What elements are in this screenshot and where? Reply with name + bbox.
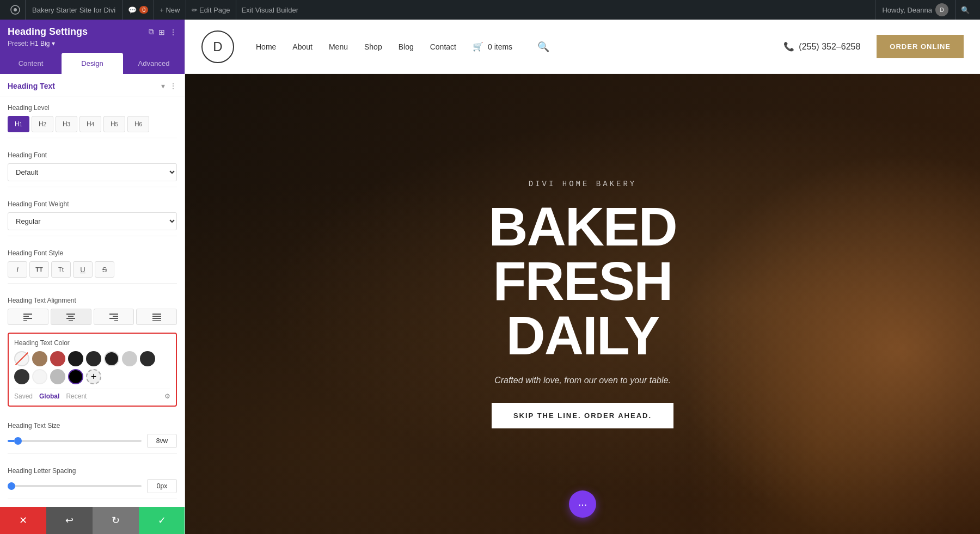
heading-letter-spacing-slider-field	[8, 479, 177, 493]
cart-area[interactable]: 🛒 0 items	[473, 41, 512, 52]
howdy-area[interactable]: Howdy, Deanna D	[875, 0, 955, 20]
h6-button[interactable]: H6	[127, 116, 149, 132]
new-item[interactable]: + New	[154, 0, 185, 20]
color-swatch-dark-gray[interactable]	[140, 351, 155, 366]
svg-rect-6	[66, 314, 75, 315]
uppercase-button[interactable]: TT	[29, 261, 49, 278]
align-right-button[interactable]	[94, 309, 134, 325]
hero-cta-label: SKIP THE LINE. ORDER AHEAD.	[513, 412, 652, 420]
grid-icon[interactable]: ⊞	[158, 28, 165, 36]
tab-advanced[interactable]: Advanced	[123, 53, 185, 74]
exit-builder-label: Exit Visual Builder	[242, 6, 299, 14]
heading-font-style-label: Heading Font Style	[8, 249, 177, 257]
heading-font-weight-select[interactable]: Regular	[8, 212, 177, 230]
nav-menu[interactable]: Menu	[329, 42, 348, 51]
edit-page-label: ✏ Edit Page	[192, 6, 230, 14]
color-swatch-off-black[interactable]	[104, 351, 119, 366]
heading-font-style-group: Heading Font Style I TT Tt U S	[0, 242, 185, 278]
fab-icon: ···	[578, 498, 587, 511]
color-tab-global[interactable]: Global	[39, 392, 59, 400]
align-left-button[interactable]	[8, 309, 48, 325]
nav-contact[interactable]: Contact	[430, 42, 456, 51]
heading-letter-spacing-value[interactable]	[147, 479, 177, 493]
strikethrough-button[interactable]: S	[95, 261, 114, 278]
exit-builder-item[interactable]: Exit Visual Builder	[236, 0, 304, 20]
search-icon[interactable]: 🔍	[537, 41, 549, 53]
comments-item[interactable]: 💬 0	[122, 0, 154, 20]
admin-bar-right: Howdy, Deanna D 🔍	[875, 0, 975, 20]
tab-design[interactable]: Design	[62, 53, 123, 74]
add-color-button[interactable]: +	[86, 369, 101, 384]
heading-text-size-value[interactable]	[147, 434, 177, 448]
heading-letter-spacing-slider[interactable]	[8, 485, 142, 487]
heading-font-select[interactable]: Default	[8, 163, 177, 181]
edit-page-item[interactable]: ✏ Edit Page	[186, 0, 236, 20]
h4-button[interactable]: H4	[79, 116, 101, 132]
section-header: Heading Text ▾ ⋮	[0, 74, 185, 96]
howdy-text: Howdy, Deanna	[882, 6, 932, 14]
color-tab-recent[interactable]: Recent	[66, 392, 87, 400]
color-swatch-tan[interactable]	[32, 351, 47, 366]
color-swatch-black[interactable]	[86, 351, 101, 366]
order-online-button[interactable]: ORDER ONLINE	[877, 35, 964, 58]
tab-content[interactable]: Content	[0, 53, 62, 74]
h5-button[interactable]: H5	[103, 116, 125, 132]
svg-rect-16	[152, 318, 161, 319]
fab-button[interactable]: ···	[569, 490, 596, 518]
capitalize-button[interactable]: Tt	[51, 261, 71, 278]
svg-rect-14	[152, 314, 161, 315]
heading-alignment-buttons	[8, 309, 177, 325]
color-swatch-none[interactable]	[14, 351, 29, 366]
underline-button[interactable]: U	[73, 261, 93, 278]
color-tab-saved[interactable]: Saved	[14, 392, 33, 400]
color-swatch-black-selected[interactable]	[68, 369, 83, 384]
svg-rect-13	[114, 320, 118, 321]
duplicate-icon[interactable]: ⧉	[149, 27, 154, 36]
h2-button[interactable]: H2	[32, 116, 53, 132]
heading-level-label: Heading Level	[8, 104, 177, 112]
heading-text-size-slider[interactable]	[8, 440, 142, 442]
nav-blog[interactable]: Blog	[399, 42, 414, 51]
color-swatches: +	[14, 351, 170, 384]
color-swatch-dark-black[interactable]	[68, 351, 83, 366]
color-swatch-silver[interactable]	[50, 369, 65, 384]
site-name[interactable]: Bakery Starter Site for Divi	[25, 0, 122, 20]
heading-font-style-buttons: I TT Tt U S	[8, 261, 177, 278]
heading-font-weight-group: Heading Font Weight Regular	[0, 193, 185, 230]
more-icon[interactable]: ⋮	[169, 28, 177, 36]
undo-button[interactable]: ↩	[46, 507, 93, 534]
nav-home[interactable]: Home	[256, 42, 276, 51]
color-swatch-red[interactable]	[50, 351, 65, 366]
color-swatch-light-gray[interactable]	[122, 351, 137, 366]
svg-rect-5	[23, 320, 27, 321]
hero-subtitle: DIVI HOME BAKERY	[392, 180, 773, 188]
redo-button[interactable]: ↻	[93, 507, 139, 534]
save-button[interactable]: ✓	[139, 507, 185, 534]
color-swatch-white[interactable]	[32, 369, 47, 384]
hero-cta-button[interactable]: SKIP THE LINE. ORDER AHEAD.	[492, 403, 673, 428]
h1-button[interactable]: H1	[8, 116, 29, 132]
wp-logo[interactable]	[5, 0, 25, 20]
heading-text-color-label: Heading Text Color	[14, 339, 170, 347]
cancel-button[interactable]: ✕	[0, 507, 46, 534]
hero-title: BAKED FRESHDAILY	[392, 199, 773, 363]
heading-alignment-label: Heading Text Alignment	[8, 297, 177, 304]
color-settings-icon[interactable]: ⚙	[164, 392, 170, 400]
h3-button[interactable]: H3	[56, 116, 77, 132]
section-title: Heading Text	[8, 82, 55, 90]
align-justify-button[interactable]	[136, 309, 177, 325]
svg-rect-15	[152, 316, 161, 317]
color-swatch-gray[interactable]	[14, 369, 29, 384]
italic-button[interactable]: I	[8, 261, 27, 278]
collapse-icon[interactable]: ▾	[161, 82, 165, 90]
section-more-icon[interactable]: ⋮	[169, 82, 177, 90]
panel-content: Heading Text ▾ ⋮ Heading Level H1 H2 H3 …	[0, 74, 185, 534]
nav-about[interactable]: About	[292, 42, 313, 51]
align-center-button[interactable]	[51, 309, 91, 325]
admin-search-icon[interactable]: 🔍	[955, 0, 975, 20]
panel-tabs: Content Design Advanced	[0, 53, 185, 74]
svg-rect-9	[69, 320, 73, 321]
nav-shop[interactable]: Shop	[364, 42, 382, 51]
preset-label[interactable]: Preset: H1 Big ▾	[8, 40, 177, 47]
save-icon: ✓	[158, 514, 166, 526]
